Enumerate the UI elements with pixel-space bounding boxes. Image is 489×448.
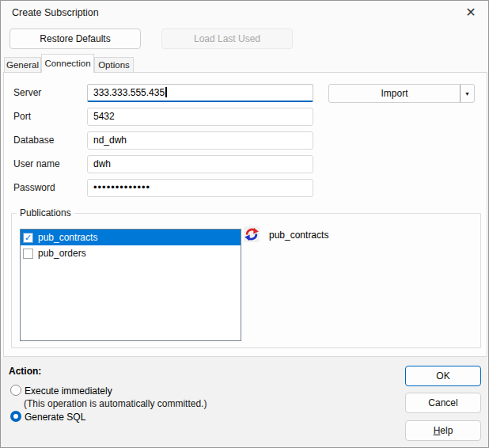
tab-general[interactable]: General [4, 57, 41, 72]
create-subscription-dialog: Create Subscription ✕ Restore Defaults L… [0, 0, 489, 448]
generate-sql-label[interactable]: Generate SQL [25, 412, 85, 423]
publication-row-pub-contracts[interactable]: ✓ pub_contracts [21, 230, 241, 245]
import-split-button: Import ▼ [328, 84, 475, 103]
import-dropdown-button[interactable]: ▼ [461, 85, 474, 102]
execute-immediately-note: (This operation is automatically committ… [24, 398, 207, 409]
server-input[interactable]: 333.333.555.435 [87, 84, 313, 102]
cancel-button[interactable]: Cancel [405, 393, 481, 413]
user-name-label: User name [13, 158, 60, 169]
close-button[interactable]: ✕ [458, 2, 483, 23]
tab-options[interactable]: Options [94, 57, 134, 72]
port-value: 5432 [93, 111, 115, 122]
dialog-title: Create Subscription [12, 7, 99, 18]
title-bar: Create Subscription ✕ [1, 1, 488, 25]
server-value: 333.333.555.435 [93, 87, 165, 98]
help-label-rest: elp [440, 425, 453, 436]
execute-immediately-radio[interactable] [10, 385, 21, 396]
publications-group-label: Publications [17, 207, 74, 218]
connection-tab-page: Server 333.333.555.435 Port 5432 Databas… [3, 72, 487, 357]
publications-listbox[interactable]: ✓ pub_contracts pub_orders [20, 229, 241, 341]
tab-connection[interactable]: Connection [41, 54, 94, 73]
password-input[interactable]: ••••••••••••• [87, 179, 313, 197]
generate-sql-radio[interactable] [10, 411, 21, 422]
server-label: Server [13, 87, 41, 98]
restore-defaults-button[interactable]: Restore Defaults [9, 28, 141, 49]
database-value: nd_dwh [93, 135, 127, 146]
ok-button[interactable]: OK [405, 366, 481, 386]
help-button[interactable]: Help [405, 420, 481, 441]
load-last-used-button[interactable]: Load Last Used [161, 28, 293, 49]
chevron-down-icon: ▼ [464, 91, 470, 97]
publication-row-pub-orders[interactable]: pub_orders [21, 245, 241, 261]
action-section-title: Action: [9, 366, 41, 377]
refresh-sync-icon [244, 227, 259, 241]
checkmark-icon: ✓ [25, 233, 32, 242]
pub-orders-checkbox[interactable] [23, 249, 33, 259]
password-masked-value: ••••••••••••• [93, 181, 150, 193]
pub-contracts-checkbox[interactable]: ✓ [23, 233, 33, 243]
selected-publication-label: pub_contracts [269, 230, 328, 241]
port-input[interactable]: 5432 [87, 108, 313, 126]
password-label: Password [13, 182, 55, 193]
publications-groupbox: Publications ✓ pub_contracts pub_orders [11, 213, 481, 348]
port-label: Port [13, 111, 31, 122]
close-icon: ✕ [465, 6, 476, 19]
database-input[interactable]: nd_dwh [87, 131, 313, 150]
user-name-value: dwh [93, 158, 111, 169]
publication-name: pub_contracts [38, 232, 97, 243]
execute-immediately-label[interactable]: Execute immediately [25, 385, 112, 397]
refresh-publication-button[interactable] [244, 226, 260, 242]
database-label: Database [13, 135, 54, 146]
publication-name: pub_orders [38, 248, 86, 259]
user-name-input[interactable]: dwh [87, 155, 313, 173]
import-button[interactable]: Import [329, 85, 460, 102]
text-caret [165, 87, 167, 97]
